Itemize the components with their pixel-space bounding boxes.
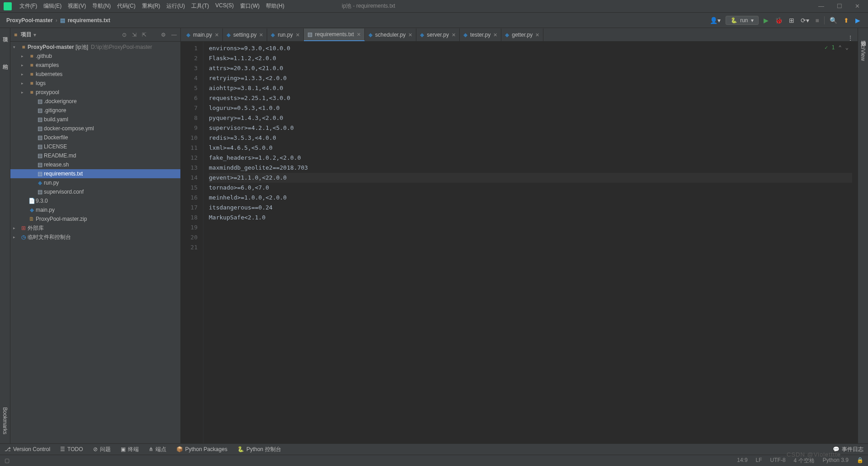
chevron-up-icon[interactable]: ⌃ bbox=[839, 44, 842, 51]
editor-tab[interactable]: ◆main.py✕ bbox=[183, 29, 223, 41]
tree-row[interactable]: ▤Dockerfile bbox=[10, 133, 180, 142]
tree-row[interactable]: ▤release.sh bbox=[10, 160, 180, 169]
menu-item[interactable]: 工具(T) bbox=[188, 2, 212, 10]
tree-row[interactable]: ▸■proxypool bbox=[10, 88, 180, 97]
run-config-selector[interactable]: 🐍 run ▾ bbox=[726, 16, 758, 25]
bottom-tool-button[interactable]: 🐍Python 控制台 bbox=[237, 446, 281, 453]
menu-item[interactable]: 窗口(W) bbox=[237, 2, 263, 10]
editor-tab[interactable]: ◆run.py✕ bbox=[267, 29, 303, 41]
editor-tab[interactable]: ◆server.py✕ bbox=[416, 29, 460, 41]
tree-row[interactable]: ▾■ProxyPool-master [ip池]D:\ip池\ProxyPool… bbox=[10, 43, 180, 52]
menu-item[interactable]: 运行(U) bbox=[163, 2, 188, 10]
menu-item[interactable]: 编辑(E) bbox=[40, 2, 65, 10]
hide-icon[interactable]: — bbox=[171, 32, 177, 38]
tool-window-toggle-icon[interactable]: ▢ bbox=[5, 457, 9, 464]
indent-config[interactable]: 4 个空格 bbox=[794, 457, 815, 465]
debug-button[interactable]: 🐞 bbox=[774, 15, 784, 25]
tree-row[interactable]: ▤docker-compose.yml bbox=[10, 124, 180, 133]
tree-row[interactable]: ▤.dockerignore bbox=[10, 97, 180, 106]
bottom-tool-button[interactable]: ⊘问题 bbox=[93, 446, 111, 453]
menu-item[interactable]: 文件(F) bbox=[16, 2, 40, 10]
stop-button[interactable]: ■ bbox=[814, 15, 821, 25]
maximize-icon[interactable]: ☐ bbox=[837, 3, 842, 10]
expand-all-icon[interactable]: ⇲ bbox=[132, 32, 137, 38]
user-icon[interactable]: 👤▾ bbox=[708, 15, 722, 25]
chevron-down-icon[interactable]: ▾ bbox=[33, 32, 36, 38]
breadcrumb-project[interactable]: ProxyPool-master bbox=[6, 17, 53, 24]
collapse-all-icon[interactable]: ⇱ bbox=[142, 32, 146, 38]
breadcrumb[interactable]: ProxyPool-master › ▤ requirements.txt bbox=[6, 17, 110, 24]
run-button[interactable]: ▶ bbox=[762, 15, 770, 25]
tree-row[interactable]: 📄9.3.0 bbox=[10, 196, 180, 205]
sciview-tool-tab[interactable]: SciView bbox=[860, 42, 866, 61]
close-tab-icon[interactable]: ✕ bbox=[215, 32, 219, 38]
tree-row[interactable]: ▸■.github bbox=[10, 52, 180, 61]
close-tab-icon[interactable]: ✕ bbox=[296, 32, 300, 38]
menu-bar: 文件(F)编辑(E)视图(V)导航(N)代码(C)重构(R)运行(U)工具(T)… bbox=[0, 0, 868, 13]
chevron-right-icon: › bbox=[56, 17, 57, 24]
chevron-down-icon[interactable]: ⌄ bbox=[845, 44, 849, 51]
code-content[interactable]: environs>=9.3.0,<10.0.0Flask>=1.1.2,<2.0… bbox=[203, 42, 858, 443]
close-tab-icon[interactable]: ✕ bbox=[259, 32, 263, 38]
tree-row[interactable]: ▤LICENSE bbox=[10, 142, 180, 151]
tree-row[interactable]: ▸⊞外部库 bbox=[10, 223, 180, 233]
left-tool-strip: 项目 结构 Bookmarks bbox=[0, 28, 10, 443]
tree-row[interactable]: ▤.gitignore bbox=[10, 106, 180, 115]
tabs-more-icon[interactable]: ⋮ bbox=[843, 35, 858, 41]
check-icon: ✓ bbox=[825, 44, 828, 51]
coverage-button[interactable]: ⊞ bbox=[788, 15, 796, 25]
close-tab-icon[interactable]: ✕ bbox=[357, 32, 361, 38]
menu-item[interactable]: 重构(R) bbox=[139, 2, 164, 10]
tree-row[interactable]: ◆run.py bbox=[10, 178, 180, 187]
bookmarks-tool-tab[interactable]: Bookmarks bbox=[2, 407, 8, 434]
line-numbers: 123456789101112131415161718192021 bbox=[181, 42, 203, 443]
tree-row[interactable]: 🗎ProxyPool-master.zip bbox=[10, 214, 180, 223]
inspection-count: 1 bbox=[831, 44, 835, 51]
python-interpreter[interactable]: Python 3.9 bbox=[823, 457, 849, 465]
gear-icon[interactable]: ⚙ bbox=[161, 32, 166, 38]
code-area[interactable]: 123456789101112131415161718192021 enviro… bbox=[181, 42, 858, 443]
editor-tab[interactable]: ◆setting.py✕ bbox=[223, 29, 267, 41]
tree-row[interactable]: ▤README.md bbox=[10, 151, 180, 160]
close-tab-icon[interactable]: ✕ bbox=[493, 32, 497, 38]
menu-item[interactable]: 代码(C) bbox=[114, 2, 139, 10]
editor-tab[interactable]: ◆scheduler.py✕ bbox=[365, 29, 416, 41]
bottom-tool-button[interactable]: ▣终端 bbox=[121, 446, 139, 453]
lock-icon[interactable]: 🔒 bbox=[857, 457, 863, 465]
editor-tab[interactable]: ◆tester.py✕ bbox=[460, 29, 501, 41]
bottom-tool-button[interactable]: ☰TODO bbox=[60, 446, 83, 453]
menu-item[interactable]: 导航(N) bbox=[89, 2, 114, 10]
editor-tab[interactable]: ▤requirements.txt✕ bbox=[304, 29, 365, 41]
project-tree[interactable]: ▾■ProxyPool-master [ip池]D:\ip池\ProxyPool… bbox=[10, 42, 180, 443]
tree-row[interactable]: ▸■examples bbox=[10, 61, 180, 70]
close-tab-icon[interactable]: ✕ bbox=[408, 32, 412, 38]
tree-row[interactable]: ▸■logs bbox=[10, 79, 180, 88]
tree-row[interactable]: ▤build.yaml bbox=[10, 115, 180, 124]
locate-icon[interactable]: ⊙ bbox=[122, 32, 127, 38]
tree-row[interactable]: ▸◷临时文件和控制台 bbox=[10, 233, 180, 242]
cursor-position[interactable]: 14:9 bbox=[737, 457, 747, 465]
bottom-tool-button[interactable]: ⎇Version Control bbox=[5, 446, 50, 453]
line-separator[interactable]: LF bbox=[756, 457, 762, 465]
close-tab-icon[interactable]: ✕ bbox=[535, 32, 539, 38]
ide-scripting-icon[interactable]: ▶ bbox=[854, 15, 862, 25]
tree-row[interactable]: ▤requirements.txt bbox=[10, 169, 180, 178]
editor-tab[interactable]: ◆getter.py✕ bbox=[501, 29, 543, 41]
menu-item[interactable]: VCS(S) bbox=[212, 2, 237, 10]
profile-button[interactable]: ⟳▾ bbox=[799, 15, 811, 25]
close-tab-icon[interactable]: ✕ bbox=[452, 32, 456, 38]
tree-row[interactable]: ▤supervisord.conf bbox=[10, 187, 180, 196]
tree-row[interactable]: ▸■kubernetes bbox=[10, 70, 180, 79]
inspection-widget[interactable]: ✓ 1 ⌃ ⌄ bbox=[825, 44, 849, 51]
minimize-icon[interactable]: — bbox=[818, 3, 824, 10]
menu-item[interactable]: 帮助(H) bbox=[263, 2, 288, 10]
search-icon[interactable]: 🔍 bbox=[828, 15, 839, 25]
bottom-tool-button[interactable]: 📦Python Packages bbox=[176, 446, 227, 453]
close-icon[interactable]: ✕ bbox=[855, 3, 860, 10]
update-icon[interactable]: ⬆ bbox=[842, 15, 850, 25]
bottom-tool-button[interactable]: ⋔端点 bbox=[149, 446, 166, 453]
tree-row[interactable]: ◆main.py bbox=[10, 205, 180, 214]
file-encoding[interactable]: UTF-8 bbox=[770, 457, 786, 465]
breadcrumb-file[interactable]: requirements.txt bbox=[68, 17, 110, 24]
menu-item[interactable]: 视图(V) bbox=[65, 2, 89, 10]
